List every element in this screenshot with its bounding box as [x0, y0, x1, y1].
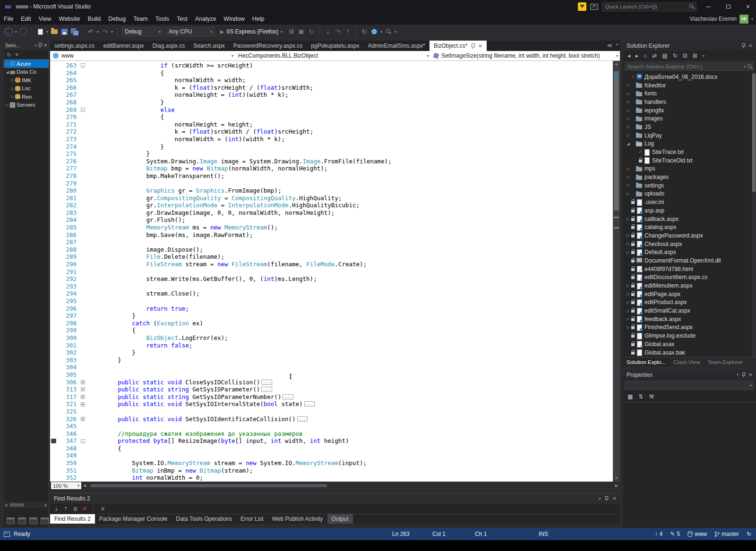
tab-solution-explo[interactable]: Solution Explo...	[623, 358, 670, 366]
expand-arrow-icon[interactable]: ▷	[626, 133, 631, 137]
code-line[interactable]: 269- else	[50, 106, 613, 114]
solution-item-log[interactable]: ◢Log	[623, 140, 756, 148]
tab-bizobject-cs[interactable]: BizObject.cs*✕	[430, 41, 487, 51]
close-button[interactable]: ✕	[740, 1, 756, 12]
code-line[interactable]: 346 //процедура сжатия изображения до ук…	[50, 430, 613, 438]
code-line[interactable]: 347- protected byte[] ResizeImage(byte[]…	[50, 437, 613, 445]
code-line[interactable]: 306+ public static void CloseSysIOCollis…	[50, 379, 613, 386]
menu-item-help[interactable]: Help	[249, 14, 268, 24]
expand-arrow-icon[interactable]: ▷	[626, 117, 631, 121]
tool-window-icon[interactable]	[41, 517, 49, 524]
menu-item-tools[interactable]: Tools	[152, 14, 173, 24]
expand-arrow-icon[interactable]: ▷	[10, 78, 15, 82]
code-line[interactable]: 265 normalWidth = width;	[50, 76, 613, 84]
code-line[interactable]: 284 gr.Flush();	[50, 216, 613, 224]
tab-pgpokupatelu-aspx[interactable]: pgPokupatelu.aspx	[307, 41, 363, 51]
expand-arrow-icon[interactable]: ▷	[626, 325, 631, 330]
clear-results-icon[interactable]: ✕	[82, 506, 86, 512]
solution-item-js[interactable]: ▷JS	[623, 123, 756, 131]
collapsed-region-icon[interactable]: ...	[304, 401, 315, 407]
sync-icon[interactable]: ↻	[747, 531, 751, 537]
alphabetical-icon[interactable]: ⇅	[638, 393, 643, 400]
browser-icon[interactable]	[370, 27, 378, 36]
fold-margin[interactable]: +	[78, 400, 87, 408]
collapsed-region-icon[interactable]: ...	[297, 416, 308, 422]
back-icon[interactable]: ◂	[627, 52, 630, 59]
stop-refresh-icon[interactable]: ✕	[15, 52, 19, 57]
expand-arrow-icon[interactable]: ▷	[626, 300, 631, 305]
categorized-icon[interactable]: ▦	[627, 393, 633, 400]
menu-item-website[interactable]: Website	[55, 14, 84, 24]
solution-item-editpage-aspx[interactable]: ▷editPage.aspx	[623, 290, 756, 298]
tool-window-icon[interactable]	[18, 517, 26, 524]
collapsed-region-icon[interactable]: ...	[261, 387, 272, 392]
expand-arrow-icon[interactable]: ▷	[5, 61, 10, 66]
expand-arrow-icon[interactable]: ▷	[626, 292, 631, 296]
expand-arrow-icon[interactable]: ▷	[626, 250, 631, 254]
code-line[interactable]: 277 Bitmap bmp = new Bitmap(normalWidth,…	[50, 165, 613, 172]
solution-item-mps[interactable]: ▷mps	[623, 165, 756, 173]
goto-next-result-icon[interactable]: ⇣	[54, 506, 59, 512]
code-line[interactable]: 296 return true;	[50, 305, 613, 313]
scroll-right-icon[interactable]: ▶	[44, 503, 48, 507]
code-line[interactable]: 286 bmp.Save(ms, image.RawFormat);	[50, 231, 613, 239]
tab-passwordrecovery-aspx-cs[interactable]: PasswordRecovery.aspx.cs	[229, 41, 307, 51]
fold-margin[interactable]: +	[78, 379, 87, 386]
solution-item-e4408f97d788-html[interactable]: e4408f97d788.html	[623, 265, 756, 273]
editor-hscrollbar[interactable]: 100 %▾ ◀ ▶	[50, 482, 620, 490]
solution-item-changepassword-aspx[interactable]: ▷ChangePassword.aspx	[623, 231, 756, 240]
chevron-down-icon[interactable]: ▾	[737, 373, 739, 377]
code-line[interactable]: 274 }	[50, 143, 613, 151]
undo-button[interactable]: ↶	[87, 27, 94, 36]
fold-margin[interactable]: +	[78, 393, 87, 401]
fold-collapse-icon[interactable]: -	[81, 63, 85, 68]
goto-prev-result-icon[interactable]: ⇡	[63, 506, 68, 512]
expand-arrow-icon[interactable]: ▷	[10, 94, 15, 99]
tab-web-publish-activity[interactable]: Web Publish Activity	[268, 514, 327, 524]
code-line[interactable]: 298 catch (Exception ex)	[50, 320, 613, 327]
code-line[interactable]: 285 MemoryStream ms = new MemoryStream()…	[50, 224, 613, 231]
code-line[interactable]: 270 {	[50, 113, 613, 121]
code-line[interactable]: 268 }	[50, 99, 613, 106]
find-icon[interactable]	[385, 27, 392, 36]
code-line[interactable]: 279	[50, 180, 613, 187]
fold-expand-icon[interactable]: +	[81, 380, 85, 384]
new-file-button[interactable]	[36, 27, 44, 36]
tab-class-view[interactable]: Class View	[670, 358, 704, 366]
quick-launch-input[interactable]	[602, 2, 696, 11]
solution-item-documentformat-openxml-dll[interactable]: DocumentFormat.OpenXml.dll	[623, 256, 756, 265]
editor-vscrollbar[interactable]: ▲ ▼	[613, 61, 620, 482]
step-into-button[interactable]: ⇣	[324, 27, 332, 36]
code-line[interactable]: 300 BizObject.LogError(ex);	[50, 334, 613, 342]
code-line[interactable]: 303 }	[50, 356, 613, 364]
scroll-right-icon[interactable]: ▶	[613, 483, 620, 488]
solution-item-editdiscountitem-aspx-cs[interactable]: editDiscountItem.aspx.cs	[623, 273, 756, 282]
fold-margin[interactable]: -	[78, 437, 87, 445]
solution-vscrollbar[interactable]	[752, 72, 756, 357]
code-line[interactable]: 275 }	[50, 150, 613, 158]
scrollbar-thumb[interactable]	[752, 74, 756, 192]
chevron-down-icon[interactable]: ▾	[599, 497, 601, 501]
code-line[interactable]: 292 stream.Write(ms.GetBuffer(), 0, (int…	[50, 275, 613, 283]
maximize-button[interactable]	[720, 1, 736, 12]
pin-icon[interactable]	[604, 496, 609, 501]
solution-item-fckeditor[interactable]: ▷fckeditor	[623, 81, 756, 90]
solution-item-liqpay[interactable]: ▷LiqPay	[623, 131, 756, 140]
code-line[interactable]: 272 k = (float)srcWidth / (float)srcHeig…	[50, 128, 613, 136]
tab-team-explorer[interactable]: Team Explorer	[704, 358, 747, 366]
menu-item-window[interactable]: Window	[220, 14, 248, 24]
menu-item-view[interactable]: View	[35, 14, 55, 24]
tab-search-aspx[interactable]: Search.aspx	[189, 41, 229, 51]
tool-window-icon[interactable]	[7, 517, 15, 524]
code-line[interactable]: 345	[50, 423, 613, 430]
menu-item-debug[interactable]: Debug	[104, 14, 129, 24]
code-line[interactable]: 267 normalHeight = (int)(width * k);	[50, 91, 613, 99]
solution-item-user-ini[interactable]: .user.ini	[623, 198, 756, 206]
code-line[interactable]: 266 k = (float)srcHeight / (float)srcWid…	[50, 84, 613, 92]
tab-error-list[interactable]: Error List	[236, 514, 268, 524]
scroll-up-icon[interactable]: ▲	[613, 61, 620, 68]
pin-icon[interactable]	[741, 43, 746, 49]
code-line[interactable]: 283 gr.DrawImage(image, 0, 0, normalWidt…	[50, 209, 613, 217]
navigate-back-dropdown-icon[interactable]: ▾	[15, 30, 17, 34]
solution-item-global-asax[interactable]: Global.asax	[623, 340, 756, 348]
